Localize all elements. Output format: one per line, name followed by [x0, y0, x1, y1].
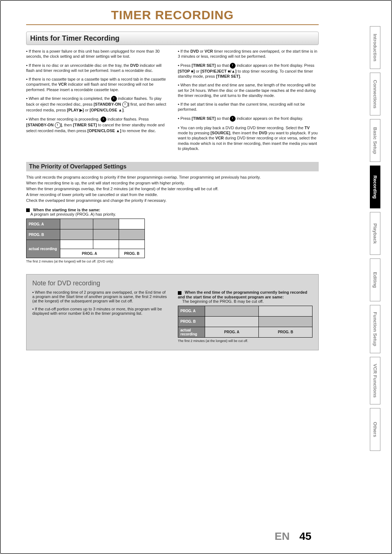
priority-paragraph: This unit records the programs according… [26, 175, 319, 179]
note-title: Note for DVD recording [32, 280, 313, 287]
bullet-item: When the start and the end time are same… [178, 82, 319, 98]
side-tab-basic-setup[interactable]: Basic Setup [370, 119, 380, 162]
note-box-sub: The beginning of the PROG. B may be cut … [182, 299, 264, 304]
note-diagram: PROG. A PROG. B actual recording PROG. A… [178, 306, 313, 338]
footer-page-number: 45 [299, 530, 311, 542]
side-tabs: IntroductionConnectionsBasic SetupRecord… [370, 26, 380, 451]
page-footer: EN 45 [275, 530, 311, 542]
bullet-item: If the DVD or VCR timer recording times … [178, 49, 319, 59]
diagram2-row-b: PROG. B [178, 316, 205, 327]
clock-icon [55, 122, 61, 128]
note-right-col: When the end time of the programming cur… [178, 290, 313, 342]
section-hints-title: Hints for Timer Recording [26, 32, 319, 45]
side-tab-playback[interactable]: Playback [370, 212, 380, 255]
side-tab-editing[interactable]: Editing [370, 258, 380, 301]
clock-icon [122, 102, 128, 107]
clock-icon [101, 117, 106, 122]
side-tab-connections[interactable]: Connections [370, 73, 380, 115]
clock-icon [111, 96, 117, 102]
diagram2-row-a: PROG. A [178, 306, 205, 316]
side-tab-introduction[interactable]: Introduction [370, 26, 380, 69]
diagram1-row-actual: actual recording [26, 240, 60, 258]
note-panel: Note for DVD recording When the recordin… [26, 274, 319, 350]
priority-box-sub: A program set previously (PROG. A) has p… [30, 212, 116, 216]
hints-columns: If there is a power failure or this unit… [26, 49, 319, 155]
diagram1-caption: The first 2 minutes (at the longest) wil… [26, 260, 319, 263]
side-tab-function-setup[interactable]: Function Setup [370, 305, 380, 353]
note-left-col: When the recording time of 2 programs ar… [32, 290, 167, 342]
side-tab-others[interactable]: Others [370, 408, 380, 451]
side-tab-recording[interactable]: Recording [370, 166, 380, 208]
diagram1-actual-b: PROG. B [119, 249, 145, 258]
priority-paragraph: When the recording time is up, the unit … [26, 181, 319, 185]
document-page: TIMER RECORDING Hints for Timer Recordin… [0, 0, 392, 554]
diagram1-row-a: PROG. A [26, 219, 60, 229]
bullet-item: When the recording time of 2 programs ar… [32, 290, 167, 303]
bullet-item: Press [TIMER SET] so that indicator appe… [178, 116, 319, 122]
hints-right-col: If the DVD or VCR timer recording times … [178, 49, 319, 155]
diagram2-caption: The first 2 minutes (at the longest) wil… [178, 339, 313, 343]
priority-text: This unit records the programs according… [26, 175, 319, 203]
diagram1-row-b: PROG. B [26, 229, 60, 240]
priority-box-heading: When the starting time is the same: A pr… [26, 208, 319, 216]
bullet-item: You can only play back a DVD during DVD … [178, 125, 319, 151]
priority-paragraph: When the timer programmings overlap, the… [26, 187, 319, 191]
diagram2-actual-b: PROG. B [259, 327, 313, 337]
priority-box-title: When the starting time is the same: [33, 208, 100, 212]
diagram1-actual-a: PROG. A [60, 249, 119, 258]
square-bullet-icon [26, 208, 30, 212]
clock-icon [230, 63, 236, 69]
bullet-item: If there is no disc or an unrecordable d… [26, 63, 167, 73]
bullet-item: If there is no cassette tape or a casset… [26, 77, 167, 92]
bullet-item: If there is a power failure or this unit… [26, 49, 167, 59]
hints-left-col: If there is a power failure or this unit… [26, 49, 167, 155]
page-title: TIMER RECORDING [26, 8, 319, 25]
footer-language: EN [275, 530, 290, 542]
priority-paragraph: A timer recording of lower priority will… [26, 192, 319, 197]
diagram2-row-actual: actual recording [178, 327, 205, 337]
square-bullet-icon [178, 291, 181, 295]
section-priority-title: The Priority of Overlapped Settings [26, 162, 319, 171]
bullet-item: If the cut-off portion comes up to 3 min… [32, 307, 167, 315]
note-box-title: When the end time of the programming cur… [178, 290, 307, 299]
bullet-item: When the timer recording is proceeding, … [26, 117, 167, 133]
bullet-item: Press [TIMER SET] so that indicator appe… [178, 63, 319, 79]
clock-icon [230, 116, 236, 122]
side-tab-vcr-functions[interactable]: VCR Functions [370, 357, 380, 404]
bullet-item: When all the timer recording is complete… [26, 96, 167, 113]
priority-diagram: PROG. A PROG. B actual recording PROG. A… [26, 219, 145, 258]
diagram2-actual-a: PROG. A [205, 327, 259, 337]
priority-paragraph: Check the overlapped timer programmings … [26, 198, 319, 203]
bullet-item: If the set start time is earlier than th… [178, 102, 319, 112]
